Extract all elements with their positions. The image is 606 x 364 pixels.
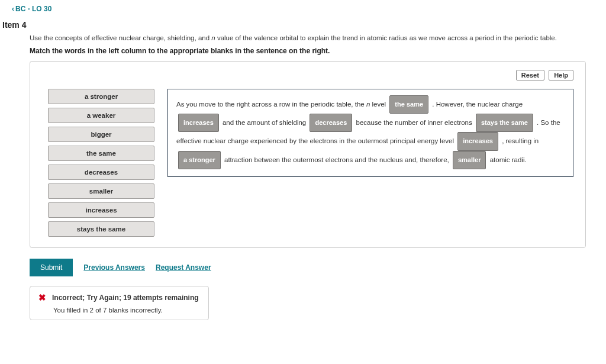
reset-button[interactable]: Reset xyxy=(516,70,544,80)
help-button[interactable]: Help xyxy=(549,70,573,80)
work-area: Reset Help a stronger a weaker bigger th… xyxy=(30,61,586,248)
blank-7[interactable]: smaller xyxy=(453,151,486,169)
feedback-box: ✖ Incorrect; Try Again; 19 attempts rema… xyxy=(30,286,209,320)
words-column: a stronger a weaker bigger the same decr… xyxy=(48,89,154,237)
word-chip[interactable]: decreases xyxy=(48,165,154,180)
previous-answers-link[interactable]: Previous Answers xyxy=(83,263,145,272)
word-chip[interactable]: a stronger xyxy=(48,89,154,104)
feedback-detail: You filled in 2 of 7 blanks incorrectly. xyxy=(53,307,199,314)
word-chip[interactable]: stays the same xyxy=(48,221,154,237)
incorrect-icon: ✖ xyxy=(38,292,46,303)
request-answer-link[interactable]: Request Answer xyxy=(156,263,211,272)
back-link-label: BC - LO 30 xyxy=(15,5,51,13)
word-chip[interactable]: a weaker xyxy=(48,108,154,123)
word-chip[interactable]: the same xyxy=(48,146,154,161)
back-link[interactable]: ‹BC - LO 30 xyxy=(12,5,51,13)
chevron-left-icon: ‹ xyxy=(12,5,14,13)
feedback-heading: Incorrect; Try Again; 19 attempts remain… xyxy=(52,294,199,302)
word-chip[interactable]: increases xyxy=(48,202,154,218)
instruction-text-2: Match the words in the left column to th… xyxy=(30,47,586,55)
instruction-text-1: Use the concepts of effective nuclear ch… xyxy=(30,33,586,43)
blank-5[interactable]: increases xyxy=(457,132,498,150)
blank-6[interactable]: a stronger xyxy=(178,151,221,169)
word-chip[interactable]: smaller xyxy=(48,183,154,199)
blank-1[interactable]: the same xyxy=(389,95,428,114)
submit-button[interactable]: Submit xyxy=(30,259,73,276)
blank-3[interactable]: decreases xyxy=(310,114,352,132)
blank-4[interactable]: stays the same xyxy=(476,114,533,132)
word-chip[interactable]: bigger xyxy=(48,127,154,142)
item-title: Item 4 xyxy=(2,20,606,30)
blank-2[interactable]: increases xyxy=(178,114,219,132)
sentence-box: As you move to the right across a row in… xyxy=(167,89,573,176)
